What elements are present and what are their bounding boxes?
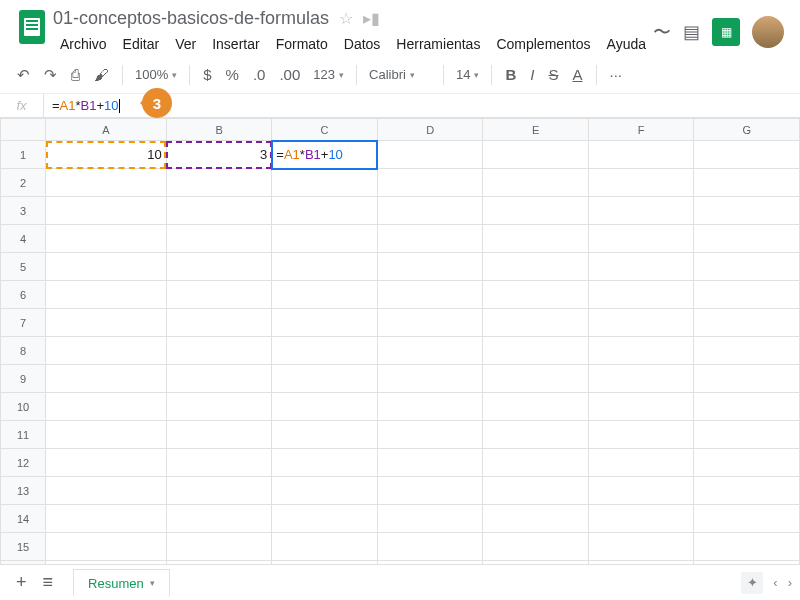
star-icon[interactable]: ☆ bbox=[339, 9, 353, 28]
col-header-b[interactable]: B bbox=[166, 119, 272, 141]
redo-button[interactable]: ↷ bbox=[39, 62, 62, 88]
cell[interactable] bbox=[694, 477, 800, 505]
font-size-dropdown[interactable]: 14▾ bbox=[452, 65, 483, 84]
cell[interactable] bbox=[588, 533, 694, 561]
menu-complementos[interactable]: Complementos bbox=[489, 32, 597, 56]
more-toolbar-button[interactable]: ··· bbox=[605, 62, 628, 87]
cell[interactable] bbox=[166, 337, 272, 365]
row-header[interactable]: 15 bbox=[1, 533, 46, 561]
cell[interactable] bbox=[377, 533, 483, 561]
cell[interactable] bbox=[272, 477, 378, 505]
explore-button[interactable]: ✦ bbox=[741, 572, 763, 594]
cell[interactable] bbox=[377, 337, 483, 365]
cell[interactable] bbox=[272, 225, 378, 253]
share-button[interactable]: ▦ bbox=[712, 18, 740, 46]
cell[interactable] bbox=[483, 281, 589, 309]
cell[interactable] bbox=[272, 421, 378, 449]
cell[interactable] bbox=[483, 393, 589, 421]
row-header[interactable]: 5 bbox=[1, 253, 46, 281]
text-color-button[interactable]: A bbox=[568, 62, 588, 87]
cell[interactable] bbox=[377, 141, 483, 169]
cell[interactable] bbox=[483, 141, 589, 169]
cell[interactable] bbox=[588, 393, 694, 421]
cell[interactable] bbox=[588, 421, 694, 449]
cell[interactable] bbox=[483, 477, 589, 505]
cell[interactable] bbox=[272, 533, 378, 561]
menu-herramientas[interactable]: Herramientas bbox=[389, 32, 487, 56]
cell[interactable] bbox=[694, 281, 800, 309]
col-header-a[interactable]: A bbox=[46, 119, 167, 141]
cell[interactable] bbox=[166, 253, 272, 281]
cell[interactable] bbox=[166, 225, 272, 253]
col-header-d[interactable]: D bbox=[377, 119, 483, 141]
cell[interactable] bbox=[694, 225, 800, 253]
menu-editar[interactable]: Editar bbox=[116, 32, 167, 56]
cell[interactable] bbox=[694, 309, 800, 337]
row-header[interactable]: 9 bbox=[1, 365, 46, 393]
strikethrough-button[interactable]: S bbox=[544, 62, 564, 87]
italic-button[interactable]: I bbox=[525, 62, 539, 87]
document-title[interactable]: 01-conceptos-basicos-de-formulas bbox=[53, 8, 329, 29]
cell[interactable] bbox=[166, 505, 272, 533]
cell[interactable] bbox=[588, 225, 694, 253]
cell[interactable] bbox=[377, 253, 483, 281]
cell[interactable] bbox=[377, 477, 483, 505]
cell[interactable] bbox=[377, 169, 483, 197]
bold-button[interactable]: B bbox=[500, 62, 521, 87]
cell[interactable] bbox=[694, 253, 800, 281]
cell[interactable] bbox=[272, 505, 378, 533]
cell[interactable] bbox=[694, 449, 800, 477]
cell[interactable] bbox=[272, 365, 378, 393]
cell[interactable] bbox=[694, 337, 800, 365]
increase-decimal-button[interactable]: .00 bbox=[274, 62, 305, 87]
cell[interactable] bbox=[588, 281, 694, 309]
row-header[interactable]: 12 bbox=[1, 449, 46, 477]
cell[interactable] bbox=[694, 169, 800, 197]
cell[interactable] bbox=[377, 365, 483, 393]
row-header[interactable]: 4 bbox=[1, 225, 46, 253]
scroll-left-icon[interactable]: ‹ bbox=[773, 575, 777, 590]
menu-datos[interactable]: Datos bbox=[337, 32, 388, 56]
cell[interactable] bbox=[483, 533, 589, 561]
cell[interactable] bbox=[272, 449, 378, 477]
cell[interactable] bbox=[694, 141, 800, 169]
cell[interactable] bbox=[166, 421, 272, 449]
col-header-c[interactable]: C bbox=[272, 119, 378, 141]
menu-insertar[interactable]: Insertar bbox=[205, 32, 266, 56]
sheet-tab-menu-icon[interactable]: ▾ bbox=[150, 578, 155, 588]
move-folder-icon[interactable]: ▸▮ bbox=[363, 9, 380, 28]
row-header[interactable]: 11 bbox=[1, 421, 46, 449]
cell[interactable] bbox=[46, 281, 167, 309]
percent-button[interactable]: % bbox=[221, 62, 244, 87]
undo-button[interactable]: ↶ bbox=[12, 62, 35, 88]
cell[interactable] bbox=[46, 477, 167, 505]
cell[interactable] bbox=[588, 449, 694, 477]
cell[interactable] bbox=[272, 393, 378, 421]
menu-ayuda[interactable]: Ayuda bbox=[600, 32, 653, 56]
activity-icon[interactable]: 〜 bbox=[653, 20, 671, 44]
cell[interactable] bbox=[166, 533, 272, 561]
cell[interactable] bbox=[588, 309, 694, 337]
cell[interactable] bbox=[377, 505, 483, 533]
cell[interactable] bbox=[483, 169, 589, 197]
cell[interactable] bbox=[272, 309, 378, 337]
cell[interactable] bbox=[166, 197, 272, 225]
cell[interactable] bbox=[46, 253, 167, 281]
cell[interactable] bbox=[272, 253, 378, 281]
row-header[interactable]: 10 bbox=[1, 393, 46, 421]
cell-a1[interactable]: 10 bbox=[46, 141, 167, 169]
all-sheets-button[interactable]: ≡ bbox=[35, 568, 62, 597]
row-header[interactable]: 2 bbox=[1, 169, 46, 197]
menu-ver[interactable]: Ver bbox=[168, 32, 203, 56]
cell[interactable] bbox=[46, 365, 167, 393]
cell[interactable] bbox=[272, 337, 378, 365]
cell[interactable] bbox=[46, 197, 167, 225]
cell[interactable] bbox=[483, 505, 589, 533]
currency-button[interactable]: $ bbox=[198, 62, 216, 87]
cell[interactable] bbox=[166, 281, 272, 309]
cell[interactable] bbox=[588, 365, 694, 393]
row-header[interactable]: 8 bbox=[1, 337, 46, 365]
cell[interactable] bbox=[377, 281, 483, 309]
row-header-1[interactable]: 1 bbox=[1, 141, 46, 169]
cell[interactable] bbox=[694, 393, 800, 421]
